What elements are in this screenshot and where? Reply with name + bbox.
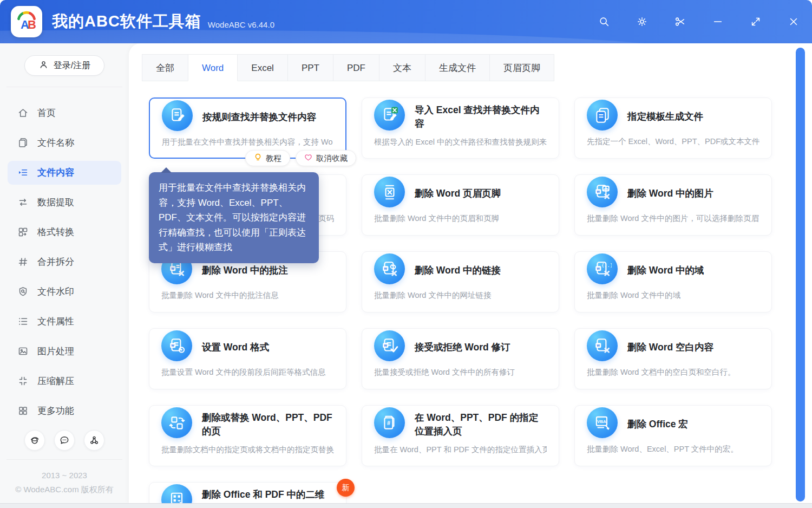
titlebar-actions — [598, 15, 800, 28]
scrollbar-thumb[interactable] — [796, 48, 805, 502]
svg-text:w: w — [596, 266, 600, 270]
word-format-icon: w — [161, 330, 192, 361]
app-logo-icon: A B — [11, 6, 42, 37]
merge-split-icon — [17, 256, 29, 268]
share-network-icon[interactable] — [84, 430, 104, 451]
card-description: 批量删除 Word 文件中的页眉和页脚 — [374, 213, 547, 224]
card-title: 接受或拒绝 Word 修订 — [415, 341, 510, 354]
tab-PPT[interactable]: PPT — [287, 54, 333, 81]
sidebar-item-compress[interactable]: 压缩解压 — [8, 369, 121, 393]
card-head: w接受或拒绝 Word 修订 — [374, 334, 547, 361]
tab-PDF[interactable]: PDF — [333, 54, 379, 81]
svg-text:{..}: {..} — [601, 262, 611, 268]
sidebar-item-format-convert[interactable]: 格式转换 — [8, 220, 121, 244]
sidebar-item-data-extract[interactable]: 数据提取 — [8, 191, 121, 214]
sidebar-item-label: 合并拆分 — [37, 256, 74, 268]
sidebar-item-label: 格式转换 — [37, 226, 74, 238]
card-description: 批量在 Word、PPT 和 PDF 文件的指定位置插入页, — [374, 445, 547, 455]
image-process-icon — [17, 346, 29, 357]
svg-text:w: w — [596, 190, 600, 193]
feature-card[interactable]: w删除 Word 空白内容批量删除 Word 文档中的空白页和空白行。 — [574, 328, 772, 389]
card-head: w设置 Word 格式 — [161, 334, 334, 361]
format-convert-icon — [17, 226, 29, 238]
tab-页眉页脚[interactable]: 页眉页脚 — [489, 54, 554, 81]
svg-text:VBA: VBA — [597, 419, 606, 424]
category-tabs: 全部WordExcelPPTPDF文本生成文件页眉页脚 — [142, 54, 812, 81]
sidebar-item-label: 图片处理 — [37, 345, 74, 357]
card-head: 删除或替换 Word、PPT、PDF 的页 — [161, 411, 334, 439]
sidebar-item-more[interactable]: 更多功能 — [8, 399, 121, 423]
pill-label: 教程 — [266, 153, 281, 164]
feature-card[interactable]: 删除 Office 和 PDF 中的二维码新 — [149, 482, 346, 504]
main-panel: 全部WordExcelPPTPDF文本生成文件页眉页脚 按规则查找并替换文件内容… — [129, 43, 812, 504]
file-attr-icon — [17, 316, 29, 327]
feature-card[interactable]: 指定模板生成文件先指定一个 Excel、Word、PPT、PDF或文本文件作 — [574, 97, 772, 159]
tooltip-arrow — [161, 167, 172, 173]
divider — [6, 459, 122, 460]
sidebar-item-watermark[interactable]: 文件水印 — [8, 280, 121, 304]
feature-card[interactable]: w接受或拒绝 Word 修订批量接受或拒绝 Word 文件中的所有修订 — [362, 328, 559, 389]
card-head: 删除 Word 页眉页脚 — [374, 180, 547, 207]
feature-card[interactable]: VBA删除 Office 宏批量删除 Word、Excel、PPT 文件中的宏。 — [574, 405, 772, 466]
feature-card[interactable]: w{..}删除 Word 中的域批量删除 Word 文件中的域 — [574, 251, 772, 312]
watermark-icon — [17, 286, 29, 297]
feature-card[interactable]: w设置 Word 格式批量设置 Word 文件的段前段后间距等格式信息 — [149, 328, 346, 389]
close-icon[interactable] — [787, 15, 800, 28]
card-title: 导入 Excel 查找并替换文件内容 — [415, 103, 547, 131]
word-blank-icon: w — [587, 330, 618, 361]
sidebar-item-home[interactable]: 首页 — [8, 101, 121, 125]
sidebar-item-file-name[interactable]: 文件名称 — [8, 131, 121, 155]
card-title: 删除 Word 中的图片 — [627, 187, 713, 200]
resize-icon[interactable] — [749, 15, 762, 28]
header-footer-icon — [374, 177, 405, 207]
card-description: 批量接受或拒绝 Word 文件中的所有修订 — [374, 367, 547, 377]
sidebar-item-image-process[interactable]: 图片处理 — [8, 340, 121, 363]
heart-icon — [304, 153, 312, 163]
word-link-icon: w — [374, 253, 405, 284]
settings-gear-icon[interactable] — [636, 15, 649, 28]
divider — [6, 87, 122, 87]
feature-card[interactable]: w删除 Word 中的图片批量删除 Word 文件中的图片，可以选择删除页眉 — [574, 174, 772, 236]
card-title: 指定模板生成文件 — [627, 110, 703, 123]
sidebar-item-merge-split[interactable]: 合并拆分 — [8, 250, 121, 274]
card-description: 用于批量在文件中查找并替换相关内容，支持 Wo — [162, 137, 333, 147]
card-description: 批量删除 Word 文档中的空白页和空白行。 — [587, 367, 759, 377]
more-icon — [17, 405, 29, 416]
tab-Excel[interactable]: Excel — [237, 54, 288, 81]
tooltip-text: 用于批量在文件中查找并替换相关内容，支持 Word、Excel、PPT、PDF、… — [159, 183, 306, 252]
feature-card[interactable]: w删除 Word 中的链接批量删除 Word 文件中的网址链接 — [362, 251, 559, 312]
sidebar-item-file-content[interactable]: 文件内容 — [8, 161, 121, 185]
feature-card[interactable]: #在 Word、PPT、PDF 的指定位置插入页批量在 Word、PPT 和 P… — [362, 405, 559, 466]
feature-card[interactable]: 删除 Word 页眉页脚批量删除 Word 文件中的页眉和页脚 — [362, 174, 559, 236]
browser-ie-icon[interactable] — [24, 430, 45, 451]
minimize-icon[interactable] — [711, 15, 724, 28]
sidebar: 登录/注册 首页文件名称文件内容数据提取格式转换合并拆分文件水印文件属性图片处理… — [0, 43, 129, 504]
feature-card[interactable]: 导入 Excel 查找并替换文件内容根据导入的 Excel 中的文件路径和查找替… — [362, 97, 559, 159]
feedback-chat-icon[interactable] — [54, 430, 75, 451]
tab-Word[interactable]: Word — [188, 54, 238, 81]
bulb-icon — [254, 153, 262, 163]
word-field-icon: w{..} — [587, 253, 618, 284]
sidebar-item-file-attr[interactable]: 文件属性 — [8, 310, 121, 334]
copyright-years: 2013 ~ 2023 — [0, 468, 129, 483]
card-title: 删除 Office 宏 — [627, 418, 688, 431]
tab-文本[interactable]: 文本 — [379, 54, 425, 81]
tutorial-button[interactable]: 教程 — [245, 150, 290, 166]
tab-全部[interactable]: 全部 — [142, 54, 188, 81]
feature-card[interactable]: 删除或替换 Word、PPT、PDF 的页批量删除文档中的指定页或将文档中的指定… — [149, 405, 346, 466]
copyright-text: © WodeABC.com 版权所有 — [0, 483, 129, 497]
screenshot-scissors-icon[interactable] — [673, 15, 686, 28]
data-extract-icon — [17, 197, 29, 208]
feature-card[interactable]: 按规则查找并替换文件内容用于批量在文件中查找并替换相关内容，支持 Wo教程取消收… — [149, 97, 346, 159]
login-button[interactable]: 登录/注册 — [24, 55, 104, 76]
sidebar-nav: 首页文件名称文件内容数据提取格式转换合并拆分文件水印文件属性图片处理压缩解压更多… — [0, 98, 129, 426]
app-title: 我的ABC软件工具箱 — [52, 11, 201, 32]
app-window: A B 我的ABC软件工具箱 WodeABC v6.44.0 登录/注册 首页文… — [0, 0, 812, 508]
card-description: 根据导入的 Excel 中的文件路径和查找替换规则来 — [374, 137, 547, 147]
home-icon — [17, 107, 29, 119]
card-title: 按规则查找并替换文件内容 — [202, 110, 316, 124]
search-icon[interactable] — [598, 15, 611, 28]
sidebar-item-label: 压缩解压 — [37, 375, 74, 387]
tab-生成文件[interactable]: 生成文件 — [425, 54, 490, 81]
unfavorite-button[interactable]: 取消收藏 — [296, 150, 356, 166]
